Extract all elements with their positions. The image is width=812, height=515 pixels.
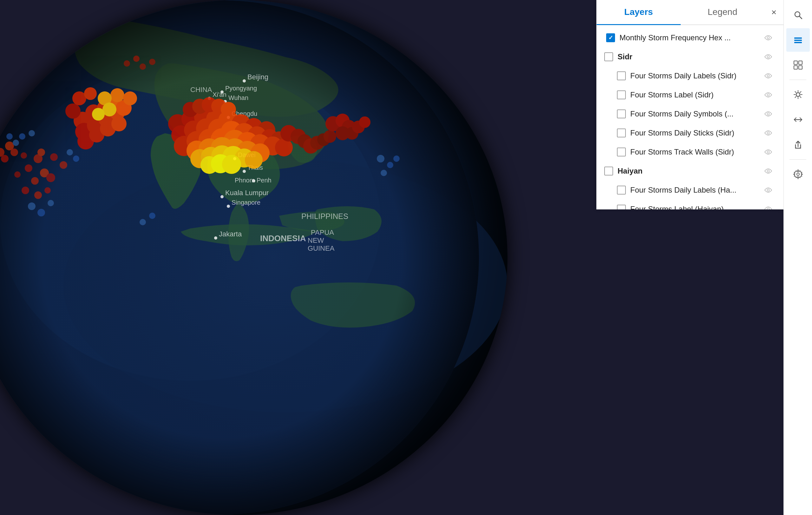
checkbox-haiyan-daily-labels[interactable] [617, 185, 626, 195]
layer-item-sidr-group[interactable]: Sidr [597, 47, 783, 66]
share-button[interactable] [786, 133, 810, 156]
layer-label-sidr-label: Four Storms Label (Sidr) [630, 90, 758, 99]
svg-text:Kuala Lumpur: Kuala Lumpur [225, 189, 269, 197]
layer-label-haiyan-daily-labels: Four Storms Daily Labels (Ha... [630, 185, 758, 195]
svg-point-179 [796, 93, 800, 96]
measure-button[interactable] [786, 108, 810, 132]
layer-visibility-icon-sidr-daily-sticks[interactable] [762, 127, 774, 139]
svg-line-187 [800, 92, 801, 93]
layers-button[interactable] [786, 28, 810, 52]
svg-point-107 [221, 102, 236, 117]
svg-point-118 [31, 177, 39, 185]
svg-point-139 [6, 133, 13, 140]
svg-point-136 [13, 140, 19, 146]
layer-visibility-icon-sidr-daily-labels[interactable] [762, 70, 774, 82]
layer-visibility-icon-haiyan-group[interactable] [762, 165, 774, 177]
globe: Beijing Pyongyang Xi'an Wuhan Chengdu CH… [0, 0, 508, 515]
svg-point-19 [243, 170, 246, 173]
svg-text:Xi'an: Xi'an [212, 91, 227, 98]
svg-point-194 [797, 173, 799, 175]
svg-point-148 [387, 162, 393, 168]
layer-visibility-icon-haiyan-daily-labels[interactable] [762, 184, 774, 196]
layer-visibility-icon-sidr-track-walls[interactable] [762, 146, 774, 158]
layer-label-haiyan-group: Haiyan [617, 167, 758, 175]
toolbar-divider [789, 159, 806, 160]
svg-text:INDONESIA: INDONESIA [260, 233, 306, 243]
svg-point-95 [222, 155, 241, 174]
svg-point-134 [140, 63, 146, 70]
basemap-gallery-button[interactable] [786, 53, 810, 77]
checkbox-sidr-daily-symbols[interactable] [617, 110, 626, 118]
svg-rect-172 [794, 37, 802, 39]
svg-point-138 [29, 130, 35, 137]
layer-item-monthly-storm[interactable]: Monthly Storm Frequency Hex ... [597, 28, 783, 47]
checkbox-sidr-group[interactable] [604, 52, 613, 61]
svg-point-131 [10, 148, 18, 156]
layer-visibility-icon-sidr-group[interactable] [762, 51, 774, 62]
layer-item-sidr-daily-sticks[interactable]: Four Storms Daily Sticks (Sidr) [597, 123, 783, 142]
svg-point-126 [34, 191, 42, 199]
checkbox-sidr-daily-labels[interactable] [617, 71, 626, 80]
svg-point-145 [140, 219, 146, 225]
toolbar-divider [789, 80, 806, 80]
checkbox-haiyan-label[interactable] [617, 205, 626, 209]
svg-line-171 [799, 16, 802, 19]
layer-label-sidr-daily-labels: Four Storms Daily Labels (Sidr) [630, 71, 758, 80]
svg-point-25 [227, 205, 230, 208]
checkbox-sidr-track-walls[interactable] [617, 147, 626, 156]
svg-point-140 [67, 149, 73, 155]
layer-visibility-icon-monthly-storm[interactable] [762, 32, 774, 44]
svg-point-47 [84, 87, 97, 100]
svg-point-121 [60, 161, 67, 169]
svg-point-122 [50, 153, 58, 161]
svg-point-23 [221, 195, 224, 198]
svg-point-135 [149, 59, 155, 65]
svg-text:NEW: NEW [308, 236, 324, 244]
svg-text:Pyongyang: Pyongyang [225, 85, 257, 92]
close-button[interactable]: × [764, 0, 783, 24]
layer-item-sidr-label[interactable]: Four Storms Label (Sidr) [597, 85, 783, 105]
svg-point-153 [767, 75, 770, 77]
layer-item-sidr-daily-labels[interactable]: Four Storms Daily Labels (Sidr) [597, 66, 783, 85]
layer-item-haiyan-group[interactable]: Haiyan [597, 162, 783, 180]
layer-item-haiyan-label[interactable]: Four Storms Label (Haiyan) [597, 200, 783, 209]
svg-text:Wuhan: Wuhan [228, 94, 249, 101]
tab-legend[interactable]: Legend [681, 0, 765, 25]
svg-point-144 [48, 200, 54, 206]
svg-point-119 [46, 173, 55, 182]
settings-button[interactable] [786, 163, 810, 186]
svg-rect-173 [794, 40, 802, 41]
daylight-button[interactable] [786, 83, 810, 106]
layer-label-sidr-track-walls: Four Storms Track Walls (Sidr) [630, 147, 758, 156]
svg-point-27 [214, 236, 217, 239]
svg-point-142 [28, 202, 35, 210]
svg-point-125 [22, 187, 29, 194]
svg-point-156 [767, 132, 770, 134]
checkbox-sidr-daily-sticks[interactable] [617, 128, 626, 137]
svg-point-155 [767, 113, 770, 115]
checkbox-haiyan-group[interactable] [604, 167, 613, 175]
right-toolbar [783, 0, 812, 515]
svg-point-141 [73, 155, 79, 162]
globe-map: Beijing Pyongyang Xi'an Wuhan Chengdu CH… [0, 0, 508, 515]
svg-point-92 [245, 151, 263, 169]
panel-tabs: Layers Legend × [597, 0, 783, 25]
layer-item-sidr-track-walls[interactable]: Four Storms Track Walls (Sidr) [597, 142, 783, 162]
checkbox-sidr-label[interactable] [617, 90, 626, 99]
svg-point-123 [37, 148, 45, 156]
tab-layers[interactable]: Layers [597, 0, 681, 25]
layer-visibility-icon-haiyan-label[interactable] [762, 203, 774, 209]
layers-list: Monthly Storm Frequency Hex ... Sidr Fou… [597, 25, 783, 209]
svg-point-124 [14, 171, 21, 178]
checkbox-monthly-storm[interactable] [606, 33, 615, 42]
svg-point-51 [123, 91, 137, 105]
layer-visibility-icon-sidr-daily-symbols[interactable] [762, 108, 774, 120]
svg-text:CHINA: CHINA [190, 86, 212, 94]
layer-item-sidr-daily-symbols[interactable]: Four Storms Daily Symbols (... [597, 105, 783, 123]
svg-point-45 [111, 116, 126, 132]
search-button[interactable] [786, 3, 810, 27]
layer-item-haiyan-daily-labels[interactable]: Four Storms Daily Labels (Ha... [597, 180, 783, 200]
layer-visibility-icon-sidr-label[interactable] [762, 89, 774, 101]
svg-point-116 [25, 164, 32, 172]
svg-point-152 [767, 56, 770, 58]
